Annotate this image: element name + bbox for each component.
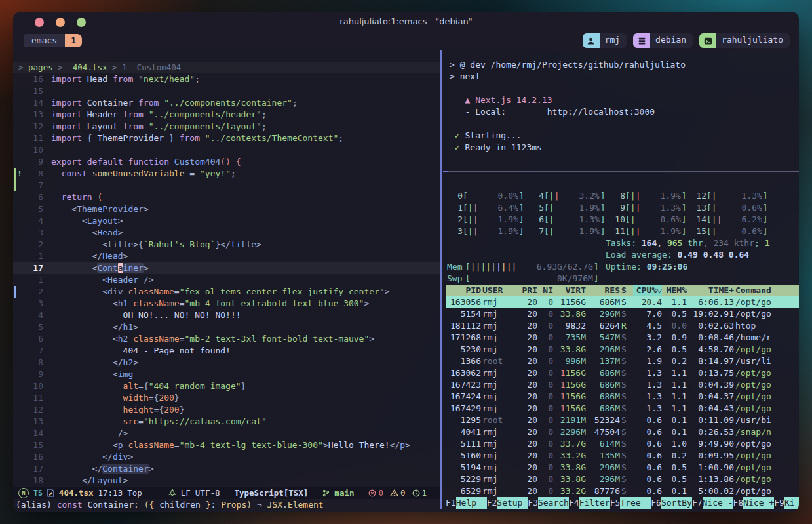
htop-pane[interactable]: 0[0.0%]4[||3.2%]8[||1.9%]12[|1.3%]1[||6.… [443, 173, 799, 512]
gutter-fringe [13, 416, 22, 428]
code-line[interactable]: 14 /> [13, 428, 440, 439]
code-line[interactable]: 12import Layout from "../components/layo… [13, 121, 440, 132]
process-row[interactable]: 4041rmj2002296M47504S0.60.10:26.53/snap/… [446, 426, 799, 438]
code-line[interactable]: 16 </div> [13, 451, 440, 463]
process-row[interactable]: 5229rmj20033.8G296MS0.60.51:13.86/opt/go [446, 474, 799, 485]
cell: 33.8G [554, 462, 586, 474]
fkey-F6[interactable]: F6 [651, 497, 661, 509]
code-line[interactable]: 8 </h2> [13, 357, 440, 369]
status-badge-rmj[interactable]: rmj [583, 33, 627, 48]
fkey-F5[interactable]: F5 [610, 497, 621, 509]
code-line[interactable]: 4 <Layout> [13, 215, 440, 227]
code-line[interactable]: 2 <div className="fex-ol tems-center fle… [13, 286, 440, 298]
code-line[interactable]: 7 404 - Page not found! [13, 345, 440, 357]
cpu-meter-2: 2[||1.9%] [447, 214, 528, 226]
code-line[interactable]: 3 <h1 className="mb-4 font-extrabold tex… [13, 298, 440, 310]
cell: 0.6 [633, 450, 662, 462]
fkey-F4[interactable]: F4 [569, 497, 579, 509]
process-row[interactable]: 171268rmj200735M547MS3.20.90:08.46/home/… [446, 332, 799, 344]
cell: 686M [587, 391, 620, 403]
tmux-vertical-divider[interactable] [440, 50, 442, 509]
cpu-meter-4: 4[||3.2%] [528, 190, 609, 202]
fkey-F1[interactable]: F1 [446, 497, 456, 509]
cell: 296M [587, 344, 620, 355]
code-text [51, 144, 440, 156]
status-badge-rahuljuliato[interactable]: rahuljuliato [699, 33, 790, 48]
code-line[interactable]: 16import Head from "next/head"; [13, 73, 440, 85]
code-line[interactable]: 7 [13, 180, 440, 191]
status-badges: rmjdebianrahuljuliato [583, 33, 790, 48]
code-line[interactable]: 17 </Container> [13, 463, 440, 475]
fkey-label-F1[interactable]: Help [456, 497, 487, 509]
code-line[interactable]: 14import Container from "../components/c… [13, 97, 440, 109]
fkey-label-F4[interactable]: Filter [579, 497, 610, 509]
process-row[interactable]: 5230rmj20033.8G296MS2.60.54:58.70/opt/go [446, 344, 799, 355]
code-line[interactable]: 11import { ThemeProvider } from "../cont… [13, 132, 440, 144]
code-line[interactable]: !8 const someUnusedVariable = "yey!"; [13, 168, 440, 180]
cell: 0:09.95 [688, 450, 734, 462]
process-row[interactable]: 163062rmj2001156G686MS1.31.10:13.75/opt/… [446, 367, 799, 379]
cell: /opt/go [735, 367, 799, 379]
fkey-label-F5[interactable]: Tree [620, 497, 651, 509]
process-row[interactable]: 1366root200996M137MS1.90.28:14.97/usr/li [446, 355, 799, 367]
process-row[interactable]: 5194rmj20033.8G296MS0.60.51:00.90/opt/go [446, 462, 799, 474]
tmux-tab-emacs[interactable]: emacs 1 [24, 33, 82, 48]
code-line[interactable]: 18 </Layout> [13, 475, 440, 487]
fkey-F3[interactable]: F3 [528, 497, 538, 509]
code-line[interactable]: 9 <img [13, 369, 440, 380]
fkey-label-F7[interactable]: Nice - [703, 497, 733, 509]
code-line[interactable]: 17 <Container> [13, 262, 440, 274]
code-line[interactable]: 5 <ThemeProvider> [13, 203, 440, 215]
fkey-label-F3[interactable]: Search [538, 497, 569, 509]
code-area[interactable]: 16import Head from "next/head";1514impor… [13, 73, 440, 487]
code-line[interactable]: 1 <Header /> [13, 274, 440, 286]
code-line[interactable]: 15 <p className="mb-4 text-lg text-blue-… [13, 439, 440, 451]
cpu-meter-7: 7[|1.9%] [528, 226, 609, 237]
code-line[interactable]: 11 width={200} [13, 392, 440, 404]
code-line[interactable]: 6 return ( [13, 191, 440, 203]
fkey-label-F9[interactable]: Ki [784, 497, 799, 509]
terminal-line: > @ dev /home/rmj/Projects/github/rahulj… [450, 59, 799, 71]
process-row[interactable]: 167423rmj2001156G686MS1.31.10:04.39/opt/… [446, 379, 799, 391]
process-row[interactable]: 6529rmj20033.2G87776S0.60.15:00.02/opt/g… [446, 485, 799, 497]
status-badge-debian[interactable]: debian [633, 33, 693, 48]
process-row[interactable]: 1295root2002191M52324S0.60.10:11.09/usr/… [446, 414, 799, 426]
fkey-label-F2[interactable]: Setup [497, 497, 528, 509]
code-line[interactable]: 13 src="https://cataas.com/cat" [13, 416, 440, 428]
terminal-line [450, 118, 799, 130]
line-number: 3 [22, 298, 51, 310]
fkey-F8[interactable]: F8 [733, 497, 744, 509]
code-text: <Container> [51, 262, 440, 274]
code-line[interactable]: 15 [13, 85, 440, 97]
code-line[interactable]: 9export default function Custom404() { [13, 156, 440, 168]
fkey-F2[interactable]: F2 [487, 497, 497, 509]
line-number: 16 [22, 451, 51, 463]
process-row[interactable]: 181112rmj20098326264R4.50.00:02.63htop [446, 320, 799, 332]
process-row[interactable]: 167424rmj2001156G686MS1.31.10:04.37/opt/… [446, 391, 799, 403]
window-title: rahuljuliato:1:emacs - "debian" [13, 16, 799, 26]
code-line[interactable]: 10 alt={"404 random image"} [13, 380, 440, 392]
echo-line: import Container [16, 511, 440, 512]
code-line[interactable]: 1 </Head> [13, 251, 440, 262]
process-row[interactable]: 5160rmj20033.2G135MS0.60.20:09.95/opt/go [446, 450, 799, 462]
code-line[interactable]: 5 </h1> [13, 321, 440, 333]
cell: rmj [482, 391, 516, 403]
code-line[interactable]: 13import Header from "../components/head… [13, 109, 440, 121]
cell: rmj [482, 320, 516, 332]
code-line[interactable]: 4 OH NO!... NO! NO! NO!!! [13, 310, 440, 321]
code-line[interactable]: 10 [13, 144, 440, 156]
code-line[interactable]: 3 <Head> [13, 227, 440, 239]
code-line[interactable]: 12 height={200} [13, 404, 440, 416]
fkey-label-F8[interactable]: Nice + [743, 497, 774, 509]
dev-server-pane[interactable]: > @ dev /home/rmj/Projects/github/rahulj… [443, 50, 799, 181]
process-row[interactable]: 167429rmj2001156G686MS1.31.10:04.43/opt/… [446, 403, 799, 414]
tmux-horizontal-divider[interactable] [443, 171, 799, 172]
code-line[interactable]: 6 <h2 className="mb-2 text-3xl font-bold… [13, 333, 440, 345]
fkey-label-F6[interactable]: SortBy [661, 497, 692, 509]
fkey-F9[interactable]: F9 [774, 497, 784, 509]
editor-pane[interactable]: > pages > 404.tsx > 1 Custom404 16import… [13, 50, 440, 512]
fkey-F7[interactable]: F7 [692, 497, 703, 509]
gutter-fringe [13, 191, 22, 203]
process-row[interactable]: 5111rmj20033.7G614MS0.61.09:49.90/opt/go [446, 438, 799, 450]
code-line[interactable]: 2 <title>{`Rahul's Blog`}</title> [13, 239, 440, 251]
